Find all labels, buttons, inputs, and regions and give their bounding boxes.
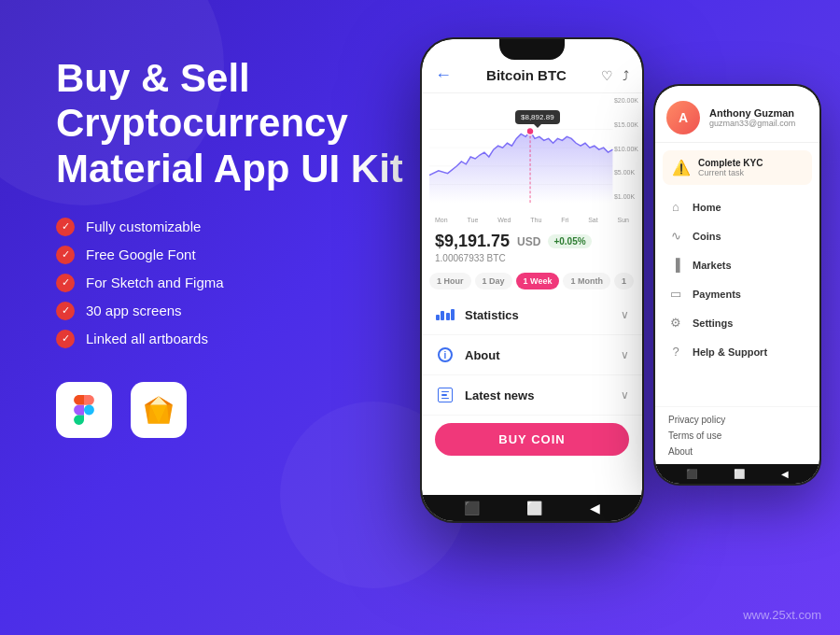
statistics-icon	[435, 304, 455, 325]
feature-item-1: ✓ Fully customizable	[56, 218, 411, 236]
buy-coin-button[interactable]: BUY COIN	[435, 423, 629, 456]
nav-settings-label: Settings	[693, 318, 733, 329]
nav-help[interactable]: ? Help & Support	[655, 337, 819, 366]
news-line-3	[441, 398, 449, 400]
news-lines	[440, 389, 451, 402]
nav-markets[interactable]: ▐ Markets	[655, 250, 819, 279]
nav-coins-label: Coins	[693, 231, 721, 242]
tab-1week[interactable]: 1 Week	[516, 273, 560, 289]
price-value: $9,191.75	[435, 232, 510, 251]
kyc-subtitle: Current task	[698, 168, 763, 177]
tab-1day[interactable]: 1 Day	[475, 273, 512, 289]
settings-icon: ⚙	[668, 316, 683, 330]
about-icon: i	[435, 345, 455, 365]
nav-payments-label: Payments	[693, 289, 741, 300]
nav-square-icon[interactable]: ⬛	[464, 501, 480, 515]
kyc-alert[interactable]: ⚠️ Complete KYC Current task	[663, 150, 812, 185]
price-currency: USD	[517, 235, 540, 248]
nav-settings[interactable]: ⚙ Settings	[655, 308, 819, 337]
figma-icon-box	[56, 382, 112, 438]
sec-nav-square[interactable]: ⬛	[686, 469, 697, 479]
secondary-phone-screen: A Anthony Guzman guzman33@gmail.com ⚠️ C…	[655, 86, 819, 484]
sec-bottom-nav: ⬛ ⬜ ◀	[655, 464, 819, 484]
phones-container: ← Bitcoin BTC ♡ ⤴	[420, 37, 821, 523]
kyc-info: Complete KYC Current task	[698, 158, 763, 177]
accordion-news[interactable]: Latest news ∨	[422, 375, 642, 416]
latest-news-label: Latest news	[465, 388, 621, 402]
check-icon-3: ✓	[56, 274, 75, 292]
phone-title: Bitcoin BTC	[486, 67, 567, 83]
phone-actions: ♡ ⤴	[601, 68, 629, 83]
news-chevron: ∨	[621, 388, 629, 402]
share-icon[interactable]: ⤴	[623, 68, 629, 83]
payments-icon: ▭	[668, 287, 683, 301]
bottom-nav: ⬛ ⬜ ◀	[422, 495, 642, 521]
statistics-chevron: ∨	[621, 308, 629, 321]
left-section: Buy & SellCryptocurrencyMaterial App UI …	[56, 56, 411, 438]
about-label: About	[465, 348, 621, 362]
about-link[interactable]: About	[668, 446, 806, 457]
features-list: ✓ Fully customizable ✓ Free Google Font …	[56, 218, 411, 348]
accordion-about[interactable]: i About ∨	[422, 335, 642, 375]
home-icon: ⌂	[668, 200, 683, 214]
nav-home[interactable]: ⌂ Home	[655, 192, 819, 221]
check-icon-1: ✓	[56, 218, 75, 236]
sec-footer: Privacy policy Terms of use About	[655, 406, 819, 464]
chart-x-labels: Mon Tue Wed Thu Fri Sat Sun	[429, 215, 635, 223]
info-circle-icon: i	[438, 347, 453, 362]
sec-nav-menu: ⌂ Home ∿ Coins ▐ Markets ▭ Payments ⚙	[655, 192, 819, 406]
price-section: $9,191.75 USD +0.05% 1.00067933 BTC	[422, 224, 642, 267]
nav-back-icon[interactable]: ◀	[590, 501, 600, 515]
price-btc: 1.00067933 BTC	[435, 253, 629, 263]
sec-phone-header: A Anthony Guzman guzman33@gmail.com	[655, 86, 819, 143]
kyc-warning-icon: ⚠️	[672, 159, 691, 176]
sec-nav-back[interactable]: ◀	[781, 469, 789, 479]
x-label-wed: Wed	[497, 217, 511, 223]
tab-1month[interactable]: 1 Month	[563, 273, 610, 289]
phone-screen: ← Bitcoin BTC ♡ ⤴	[422, 39, 642, 521]
back-button[interactable]: ←	[435, 65, 452, 85]
terms-link[interactable]: Terms of use	[668, 430, 806, 441]
user-name: Anthony Guzman	[709, 107, 795, 119]
nav-home-label: Home	[693, 202, 721, 213]
nav-payments[interactable]: ▭ Payments	[655, 279, 819, 308]
markets-icon: ▐	[668, 258, 683, 272]
chart-tooltip: $8,892.89	[515, 110, 560, 124]
bar1	[436, 315, 440, 320]
price-change: +0.05%	[548, 234, 591, 248]
bar3	[446, 313, 450, 320]
feature-item-3: ✓ For Sketch and Figma	[56, 274, 411, 292]
bar2	[441, 311, 444, 320]
tab-extra[interactable]: 1	[614, 273, 634, 289]
heart-icon[interactable]: ♡	[601, 68, 613, 83]
tool-icons	[56, 382, 411, 438]
tab-1hour[interactable]: 1 Hour	[429, 273, 471, 289]
sec-nav-home[interactable]: ⬜	[734, 469, 745, 479]
chart-y-labels: $20.00K $15.00K $10.00K $5.00K $1.00K	[614, 97, 638, 200]
x-label-fri: Fri	[561, 217, 568, 223]
check-icon-4: ✓	[56, 302, 75, 320]
nav-home-icon[interactable]: ⬜	[526, 501, 542, 515]
figma-logo-icon	[69, 395, 99, 425]
x-label-tue: Tue	[467, 217, 478, 223]
kyc-title: Complete KYC	[698, 158, 763, 168]
about-chevron: ∨	[621, 348, 629, 361]
accordion-statistics[interactable]: Statistics ∨	[422, 295, 642, 335]
watermark: www.25xt.com	[743, 608, 821, 622]
nav-markets-label: Markets	[693, 260, 732, 271]
price-row: $9,191.75 USD +0.05%	[435, 232, 629, 251]
privacy-policy-link[interactable]: Privacy policy	[668, 415, 806, 425]
help-icon: ?	[668, 345, 683, 359]
sketch-icon-box	[131, 382, 187, 438]
user-email: guzman33@gmail.com	[709, 119, 795, 128]
y-label-1: $20.00K	[614, 97, 638, 104]
feature-item-2: ✓ Free Google Font	[56, 246, 411, 264]
y-label-3: $10.00K	[614, 146, 638, 152]
nav-coins[interactable]: ∿ Coins	[655, 221, 819, 250]
news-box-icon	[438, 388, 453, 402]
secondary-phone: A Anthony Guzman guzman33@gmail.com ⚠️ C…	[653, 84, 821, 486]
check-icon-2: ✓	[56, 246, 75, 264]
user-avatar: A	[666, 101, 700, 134]
news-line-2	[441, 394, 447, 396]
coins-icon: ∿	[668, 229, 683, 243]
